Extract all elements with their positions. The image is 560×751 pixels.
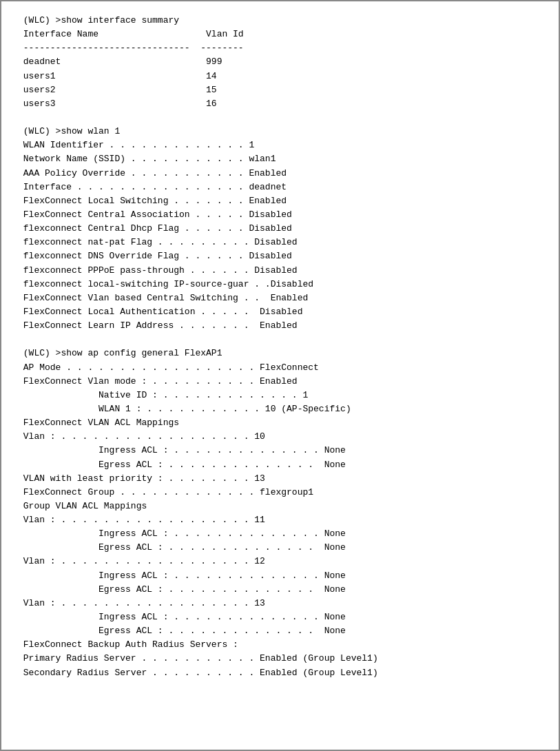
terminal-window: (WLC) >show interface summary Interface … xyxy=(0,0,560,751)
terminal-output: (WLC) >show interface summary Interface … xyxy=(18,14,542,680)
